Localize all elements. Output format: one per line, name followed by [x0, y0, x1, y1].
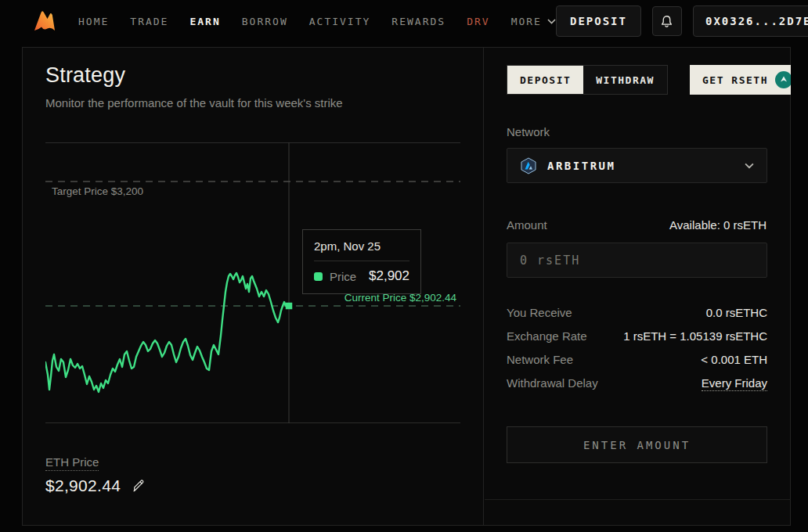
bell-icon: [659, 14, 674, 29]
chevron-down-icon: [745, 163, 754, 169]
get-rseth-label: GET RSETH: [702, 74, 768, 86]
detail-row-you-receive: You Receive 0.0 rsETHC: [507, 306, 767, 319]
chart-tooltip: 2pm, Nov 25 Price $2,902: [302, 229, 421, 294]
page-title: Strategy: [45, 63, 125, 88]
nav-item-activity[interactable]: ACTIVITY: [309, 16, 371, 27]
wallet-address-button[interactable]: 0X0326...2D7E: [693, 5, 808, 37]
tooltip-value: $2,902: [369, 268, 409, 284]
nav-item-borrow[interactable]: BORROW: [242, 16, 288, 27]
amount-input[interactable]: [507, 243, 767, 278]
row-label: Withdrawal Delay: [507, 376, 598, 390]
tooltip-series-label: Price: [330, 270, 356, 283]
row-label: You Receive: [507, 306, 572, 319]
nav-item-drv[interactable]: DRV: [467, 16, 489, 27]
nav-item-earn[interactable]: EARN: [189, 16, 220, 27]
nav-actions: DEPOSIT 0X0326...2D7E: [556, 5, 808, 37]
detail-row-exchange-rate: Exchange Rate 1 rsETH = 1.05139 rsETHC: [507, 329, 767, 343]
page-subtitle: Monitor the performance of the vault for…: [45, 96, 343, 110]
row-value: Every Friday: [702, 376, 767, 391]
wallet-address: 0X0326...2D7E: [705, 15, 808, 27]
nav-item-more[interactable]: MORE: [511, 16, 556, 27]
nav-item-trade[interactable]: TRADE: [130, 16, 168, 27]
deposit-withdraw-tabs: DEPOSIT WITHDRAW: [507, 65, 668, 95]
series-swatch: [314, 272, 323, 281]
current-point-marker: [286, 303, 293, 310]
target-price-label: Target Price $3,200: [52, 185, 143, 197]
row-value: 1 rsETH = 1.05139 rsETHC: [623, 329, 767, 343]
enter-amount-button[interactable]: ENTER AMOUNT: [507, 426, 767, 463]
get-rseth-button[interactable]: GET RSETH: [690, 65, 791, 95]
notifications-button[interactable]: [652, 6, 682, 36]
derive-logo-icon[interactable]: [31, 8, 58, 34]
deposit-panel: DEPOSIT WITHDRAW GET RSETH Network ARBIT…: [485, 48, 791, 525]
nav-deposit-button[interactable]: DEPOSIT: [556, 5, 641, 37]
nav-item-rewards[interactable]: REWARDS: [391, 16, 445, 27]
pencil-icon: [132, 479, 146, 493]
network-select[interactable]: ARBITRUM: [507, 148, 767, 183]
detail-row-network-fee: Network Fee < 0.001 ETH: [507, 353, 767, 366]
arbitrum-icon: [520, 157, 537, 174]
edit-price-button[interactable]: [132, 479, 146, 493]
tooltip-time: 2pm, Nov 25: [314, 239, 409, 253]
amount-label: Amount: [507, 218, 547, 232]
top-nav: HOME TRADE EARN BORROW ACTIVITY REWARDS …: [0, 0, 808, 42]
row-label: Network Fee: [507, 353, 573, 366]
chevron-down-icon: [547, 19, 556, 24]
network-value: ARBITRUM: [547, 160, 615, 172]
row-label: Exchange Rate: [507, 329, 587, 343]
tab-withdraw[interactable]: WITHDRAW: [583, 66, 667, 94]
eth-price-label: ETH Price: [45, 455, 99, 471]
network-label: Network: [507, 125, 550, 138]
nav-item-home[interactable]: HOME: [78, 16, 109, 27]
nav-links: HOME TRADE EARN BORROW ACTIVITY REWARDS …: [78, 16, 556, 27]
row-value: < 0.001 ETH: [701, 353, 767, 366]
detail-row-withdrawal-delay: Withdrawal Delay Every Friday: [507, 376, 767, 391]
tab-deposit[interactable]: DEPOSIT: [507, 66, 583, 94]
row-value: 0.0 rsETHC: [706, 306, 767, 319]
main-container: Strategy Monitor the performance of the …: [22, 47, 791, 526]
available-balance: Available: 0 rsETH: [669, 218, 767, 232]
eth-price-value: $2,902.44: [45, 476, 121, 495]
panel-divider: [485, 499, 791, 500]
price-line: [45, 273, 289, 392]
more-label: MORE: [511, 16, 542, 27]
rseth-token-icon: [775, 71, 791, 88]
strategy-panel: Strategy Monitor the performance of the …: [23, 48, 484, 525]
